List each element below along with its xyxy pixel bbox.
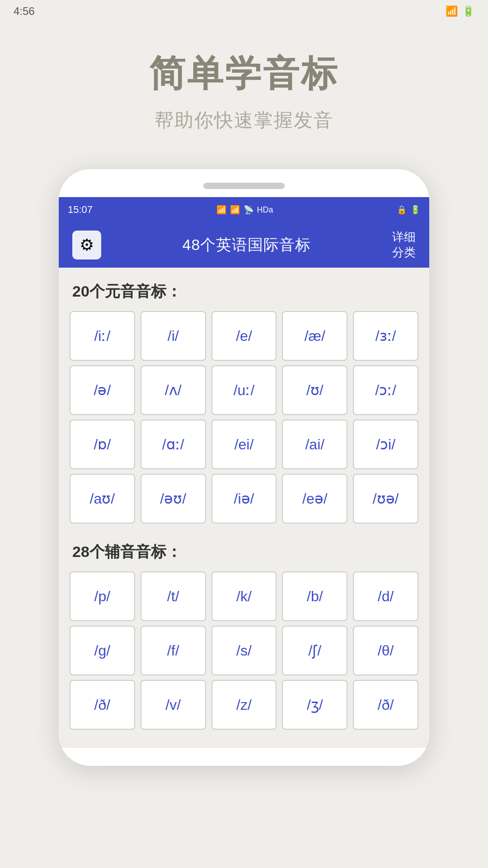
vowel-row-3: /ɒ/ /ɑː/ /ei/ /ai/ /ɔi/ bbox=[70, 420, 418, 469]
phoneme-k[interactable]: /k/ bbox=[211, 571, 277, 621]
phoneme-uː[interactable]: /uː/ bbox=[211, 365, 277, 415]
phoneme-eth2[interactable]: /ð/ bbox=[353, 680, 418, 730]
consonant-row-1: /p/ /t/ /k/ /b/ /d/ bbox=[70, 571, 418, 621]
phoneme-oː[interactable]: /ɔː/ bbox=[353, 365, 418, 415]
consonants-section-title: 28个辅音音标： bbox=[72, 542, 418, 562]
app-status-bar: 15:07 📶📶📡HDa 🔒🔋 bbox=[59, 197, 429, 222]
app-status-icons-right: 🔒🔋 bbox=[397, 205, 420, 215]
header-title: 48个英语国际音标 bbox=[183, 235, 311, 255]
phoneme-au[interactable]: /aʊ/ bbox=[70, 474, 135, 524]
section-gap bbox=[70, 528, 418, 542]
phoneme-t[interactable]: /t/ bbox=[141, 571, 206, 621]
phoneme-zh[interactable]: /ʒ/ bbox=[282, 680, 347, 730]
vowel-row-4: /aʊ/ /əʊ/ /iə/ /eə/ /ʊə/ bbox=[70, 474, 418, 524]
phoneme-f[interactable]: /f/ bbox=[141, 626, 206, 675]
app-time: 15:07 bbox=[68, 204, 93, 216]
phoneme-3ː[interactable]: /ɜː/ bbox=[353, 311, 418, 361]
phoneme-theta[interactable]: /θ/ bbox=[353, 626, 418, 675]
phoneme-eth[interactable]: /ð/ bbox=[70, 680, 135, 730]
consonant-row-3: /ð/ /v/ /z/ /ʒ/ /ð/ bbox=[70, 680, 418, 730]
real-status-bar: 4:56 📶🔋 bbox=[0, 0, 488, 23]
app-screen: 15:07 📶📶📡HDa 🔒🔋 ⚙ 48个英语国际音标 详细 分类 20个元音音… bbox=[59, 197, 429, 748]
phoneme-z[interactable]: /z/ bbox=[211, 680, 277, 730]
phoneme-ia[interactable]: /iə/ bbox=[211, 474, 277, 524]
settings-icon[interactable]: ⚙ bbox=[72, 231, 101, 259]
phoneme-ae[interactable]: /æ/ bbox=[282, 311, 347, 361]
consonant-row-2: /g/ /f/ /s/ /ʃ/ /θ/ bbox=[70, 626, 418, 675]
app-header: ⚙ 48个英语国际音标 详细 分类 bbox=[59, 222, 429, 268]
phoneme-wedge[interactable]: /ʌ/ bbox=[141, 365, 206, 415]
phoneme-p[interactable]: /p/ bbox=[70, 571, 135, 621]
vowel-row-2: /ə/ /ʌ/ /uː/ /ʊ/ /ɔː/ bbox=[70, 365, 418, 415]
phoneme-ou[interactable]: /əʊ/ bbox=[141, 474, 206, 524]
phone-mockup: 15:07 📶📶📡HDa 🔒🔋 ⚙ 48个英语国际音标 详细 分类 20个元音音… bbox=[59, 169, 429, 766]
app-status-icons: 📶📶📡HDa bbox=[216, 205, 273, 215]
vowels-section-title: 20个元音音标： bbox=[72, 281, 418, 302]
phoneme-v[interactable]: /v/ bbox=[141, 680, 206, 730]
main-subtitle: 帮助你快速掌握发音 bbox=[149, 108, 339, 133]
real-icons: 📶🔋 bbox=[446, 5, 474, 17]
phoneme-ea[interactable]: /eə/ bbox=[282, 474, 347, 524]
phoneme-ai[interactable]: /ai/ bbox=[282, 420, 347, 469]
phoneme-oi[interactable]: /ɔi/ bbox=[353, 420, 418, 469]
phoneme-e[interactable]: /e/ bbox=[211, 311, 277, 361]
detail-classify-button[interactable]: 详细 分类 bbox=[392, 230, 416, 260]
phoneme-d[interactable]: /ɒ/ bbox=[70, 420, 135, 469]
phoneme-ei[interactable]: /ei/ bbox=[211, 420, 277, 469]
main-title: 简单学音标 bbox=[149, 50, 339, 99]
phone-speaker bbox=[203, 183, 285, 189]
app-content: 20个元音音标： /iː/ /i/ /e/ /æ/ /ɜː/ /ə/ /ʌ/ /… bbox=[59, 268, 429, 748]
vowel-row-1: /iː/ /i/ /e/ /æ/ /ɜː/ bbox=[70, 311, 418, 361]
phoneme-schwa[interactable]: /ə/ bbox=[70, 365, 135, 415]
phoneme-d-cons[interactable]: /d/ bbox=[353, 571, 418, 621]
phoneme-b[interactable]: /b/ bbox=[282, 571, 347, 621]
phoneme-sh[interactable]: /ʃ/ bbox=[282, 626, 347, 675]
phoneme-g[interactable]: /g/ bbox=[70, 626, 135, 675]
phoneme-i[interactable]: /i/ bbox=[141, 311, 206, 361]
phoneme-aː[interactable]: /ɑː/ bbox=[141, 420, 206, 469]
phoneme-upsilon[interactable]: /ʊ/ bbox=[282, 365, 347, 415]
phoneme-iː[interactable]: /iː/ bbox=[70, 311, 135, 361]
phoneme-ua[interactable]: /ʊə/ bbox=[353, 474, 418, 524]
real-time: 4:56 bbox=[14, 5, 35, 18]
phoneme-s[interactable]: /s/ bbox=[211, 626, 277, 675]
title-area: 简单学音标 帮助你快速掌握发音 bbox=[149, 50, 339, 133]
